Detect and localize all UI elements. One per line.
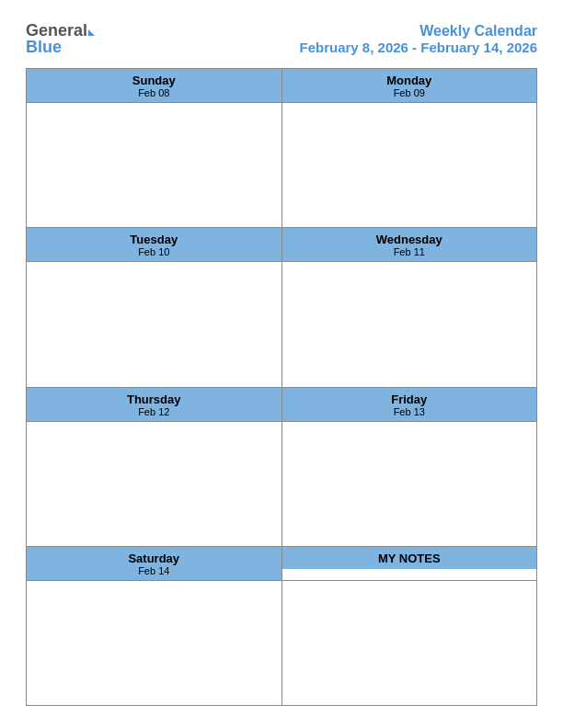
cell-notes: MY NOTES [282, 547, 537, 580]
cell-wednesday: Wednesday Feb 11 [282, 228, 537, 261]
calendar-title: Weekly Calendar February 8, 2026 - Febru… [300, 23, 537, 55]
sunday-header: Sunday Feb 08 [27, 69, 282, 102]
calendar: Sunday Feb 08 Monday Feb 09 Tuesday Feb … [26, 68, 537, 706]
body-row-2 [27, 262, 536, 387]
monday-header: Monday Feb 09 [282, 69, 537, 102]
tuesday-body[interactable] [27, 262, 282, 386]
notes-label: MY NOTES [286, 552, 534, 565]
body-row-3 [27, 422, 536, 547]
wednesday-header: Wednesday Feb 11 [282, 228, 537, 261]
sunday-date: Feb 08 [30, 87, 278, 98]
logo-general: General [26, 22, 87, 39]
wednesday-body[interactable] [282, 262, 537, 386]
cell-thursday: Thursday Feb 12 [27, 388, 282, 421]
wednesday-name: Wednesday [286, 233, 534, 246]
thursday-header: Thursday Feb 12 [27, 388, 282, 421]
header-row-2: Tuesday Feb 10 Wednesday Feb 11 [27, 228, 536, 262]
monday-name: Monday [286, 74, 534, 87]
header-row-4: Saturday Feb 14 MY NOTES [27, 547, 536, 581]
tuesday-name: Tuesday [30, 233, 278, 246]
friday-body[interactable] [282, 422, 537, 546]
saturday-date: Feb 14 [30, 565, 278, 576]
logo-block: General Blue [26, 22, 95, 55]
body-row-4 [27, 581, 536, 705]
saturday-body[interactable] [27, 581, 282, 705]
cell-sunday: Sunday Feb 08 [27, 69, 282, 102]
tuesday-date: Feb 10 [30, 246, 278, 257]
friday-header: Friday Feb 13 [282, 388, 537, 421]
friday-name: Friday [286, 392, 534, 406]
wednesday-date: Feb 11 [286, 246, 534, 257]
cell-friday: Friday Feb 13 [282, 388, 537, 421]
logo-blue: Blue [26, 39, 95, 55]
header-row-3: Thursday Feb 12 Friday Feb 13 [27, 388, 536, 422]
cell-saturday: Saturday Feb 14 [27, 547, 282, 580]
header: General Blue Weekly Calendar February 8,… [26, 22, 537, 55]
monday-body[interactable] [282, 103, 537, 227]
thursday-date: Feb 12 [30, 406, 278, 417]
cell-tuesday: Tuesday Feb 10 [27, 228, 282, 261]
sunday-name: Sunday [30, 74, 278, 87]
thursday-body[interactable] [27, 422, 282, 546]
thursday-name: Thursday [30, 392, 278, 406]
saturday-name: Saturday [30, 552, 278, 565]
notes-body[interactable] [282, 581, 537, 705]
header-row-1: Sunday Feb 08 Monday Feb 09 [27, 69, 536, 103]
body-row-1 [27, 103, 536, 228]
saturday-header: Saturday Feb 14 [27, 547, 282, 580]
monday-date: Feb 09 [286, 87, 534, 98]
title-main: Weekly Calendar [300, 23, 537, 40]
friday-date: Feb 13 [286, 406, 534, 417]
cell-monday: Monday Feb 09 [282, 69, 537, 102]
sunday-body[interactable] [27, 103, 282, 227]
logo-triangle-icon [88, 29, 95, 36]
notes-header: MY NOTES [282, 547, 537, 569]
tuesday-header: Tuesday Feb 10 [27, 228, 282, 261]
logo: General Blue [26, 22, 95, 55]
title-dates: February 8, 2026 - February 14, 2026 [300, 40, 537, 55]
page: General Blue Weekly Calendar February 8,… [0, 0, 563, 728]
